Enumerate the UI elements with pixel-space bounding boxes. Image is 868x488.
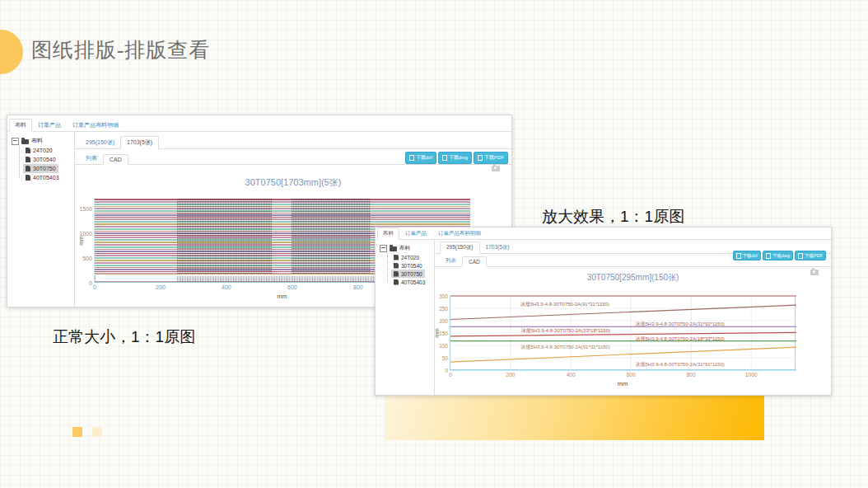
export-icon: [409, 155, 414, 161]
export-icon: [798, 253, 803, 259]
screenshot-zoomed-view: 布料 订单产品 订单产品布料明细 布料 24T020 30: [375, 227, 832, 396]
file-icon: [394, 279, 399, 285]
export-icon: [478, 155, 483, 161]
tab-1703[interactable]: 1703(5张): [480, 242, 516, 253]
export-icon: [442, 155, 447, 161]
caption-normal-size: 正常大小，1：1原图: [53, 326, 195, 348]
download-dwg-button[interactable]: 下载dwg: [763, 251, 793, 260]
chart-title: 30T0750[295mm](150张): [435, 272, 831, 284]
tab-295[interactable]: 295(150张): [80, 137, 120, 148]
dense-piece-labels: [292, 199, 371, 275]
tick-label: 400: [567, 372, 576, 378]
piece-annotations: 冰规5H3.9-4.8-30T0750-2A(91*31*1150)冰规5H3.…: [450, 296, 795, 369]
tick-label: 150: [439, 331, 448, 336]
tab-1703[interactable]: 1703(5张): [120, 136, 159, 149]
tab-order-product-fabric-detail[interactable]: 订单产品布料明细: [432, 228, 487, 239]
fabric-tree: 布料 24T020 30T0540 30T0750: [7, 132, 75, 307]
tab-order-product[interactable]: 订单产品: [399, 228, 432, 239]
fabric-tree: 布料 24T020 30T0540 30T0750: [376, 240, 435, 395]
tick-label: 0: [89, 280, 92, 286]
tick-label: 0: [449, 372, 452, 378]
dense-piece-labels: [177, 276, 379, 282]
deco-square-pale: [92, 427, 102, 437]
folder-icon: [390, 246, 397, 251]
download-dwg-button[interactable]: 下载dwg: [438, 152, 472, 164]
chart-title: 30T0750[1703mm](5张): [75, 176, 511, 189]
tick-label: 0: [445, 368, 448, 373]
tree-item[interactable]: 40T05403: [23, 173, 62, 182]
tree-root[interactable]: 布料: [380, 243, 434, 253]
tree-item-selected[interactable]: 30T0750: [391, 270, 425, 278]
tick-label: 600: [627, 372, 636, 378]
folder-icon: [21, 139, 29, 144]
export-buttons: 下载dxf 下载dwg 下载PDF: [405, 152, 508, 164]
tree-root-label: 布料: [31, 137, 43, 145]
file-icon: [26, 148, 30, 153]
tab-fabric[interactable]: 布料: [377, 228, 399, 240]
piece-label: 冰规5H3.9-4.8-30T0750-2A(31*91*1150): [636, 320, 725, 327]
nav-tabs: 布料 订单产品 订单产品布料明细: [7, 115, 511, 132]
piece-label: 冰规5H3.9-4.8-30T0750-2A(91*31*1150): [520, 344, 609, 351]
file-icon: [394, 263, 399, 269]
file-icon: [26, 175, 30, 181]
piece-label: 冰规5H3.9-4.8-30T0750-2A(91*31*1150): [520, 301, 609, 308]
piece-label: 冰规5H3.9-4.8-30T0750-2A(31*91*1150): [636, 361, 725, 368]
tick-label: 0: [93, 284, 96, 290]
file-icon: [394, 255, 399, 260]
tab-fabric[interactable]: 布料: [9, 119, 32, 132]
file-icon: [26, 166, 30, 171]
export-icon: [766, 253, 771, 259]
tick-label: 200: [439, 318, 448, 324]
camera-icon[interactable]: [492, 166, 500, 171]
tree-item-label: 40T05403: [33, 175, 59, 181]
tick-label: 1000: [745, 372, 757, 378]
tree-item[interactable]: 30T0540: [23, 155, 58, 164]
tab-order-product-fabric-detail[interactable]: 订单产品布料明细: [67, 120, 124, 131]
tick-label: 50: [442, 355, 448, 361]
tick-label: 1500: [79, 206, 92, 212]
tab-order-product[interactable]: 订单产品: [32, 120, 67, 131]
piece-label: 冰规5H3.9-4.8-30T0750-2A(33*18*1150): [521, 327, 610, 335]
tree-item[interactable]: 40T05403: [391, 278, 427, 286]
file-icon: [394, 271, 399, 277]
download-dxf-button[interactable]: 下载dxf: [733, 251, 761, 260]
tick-label: 100: [439, 343, 448, 349]
tab-cad[interactable]: CAD: [103, 154, 128, 165]
tree-root[interactable]: 布料: [12, 136, 74, 146]
tick-label: 500: [82, 256, 92, 261]
caption-zoom-effect: 放大效果，1：1原图: [542, 206, 684, 228]
piece-label: 冰规5H3.9-4.8-30T0750-2A(18*33*1150): [636, 335, 725, 342]
download-pdf-button[interactable]: 下载PDF: [795, 251, 826, 260]
nesting-plot-zoomed[interactable]: 冰规5H3.9-4.8-30T0750-2A(91*31*1150)冰规5H3.…: [450, 296, 796, 370]
tree-item[interactable]: 24T020: [23, 146, 55, 155]
x-axis-label: mm: [450, 380, 796, 387]
tree-item-label: 24T020: [33, 148, 53, 153]
expander-icon[interactable]: [380, 245, 387, 252]
tab-295[interactable]: 295(150张): [440, 242, 480, 254]
tab-cad[interactable]: CAD: [462, 256, 487, 267]
download-dxf-button[interactable]: 下载dxf: [405, 152, 436, 164]
tree-item[interactable]: 24T020: [391, 253, 422, 261]
tick-label: 800: [687, 372, 696, 378]
slide-accent-circle: [0, 30, 23, 74]
y-axis-label: mm: [78, 236, 84, 246]
tab-list[interactable]: 列表: [80, 152, 103, 164]
tick-label: 250: [439, 306, 448, 312]
tree-item-label: 40T05403: [401, 279, 425, 285]
file-icon: [26, 157, 30, 162]
tree-root-label: 布料: [399, 245, 410, 252]
tick-label: 200: [156, 284, 166, 290]
tree-item-label: 30T0540: [33, 157, 56, 162]
expander-icon[interactable]: [12, 138, 19, 145]
tree-item[interactable]: 30T0540: [391, 261, 425, 270]
page-title: 图纸排版-排版查看: [31, 36, 210, 63]
export-icon: [736, 253, 741, 259]
camera-icon[interactable]: [810, 270, 819, 275]
tab-list[interactable]: 列表: [440, 256, 462, 266]
tick-label: 300: [439, 293, 448, 299]
bottom-gradient-bar: [385, 396, 764, 440]
tree-item-label: 24T020: [401, 255, 419, 260]
tree-item-selected[interactable]: 30T0750: [23, 164, 58, 173]
download-pdf-button[interactable]: 下载PDF: [474, 152, 508, 164]
dense-piece-labels: [177, 199, 272, 275]
